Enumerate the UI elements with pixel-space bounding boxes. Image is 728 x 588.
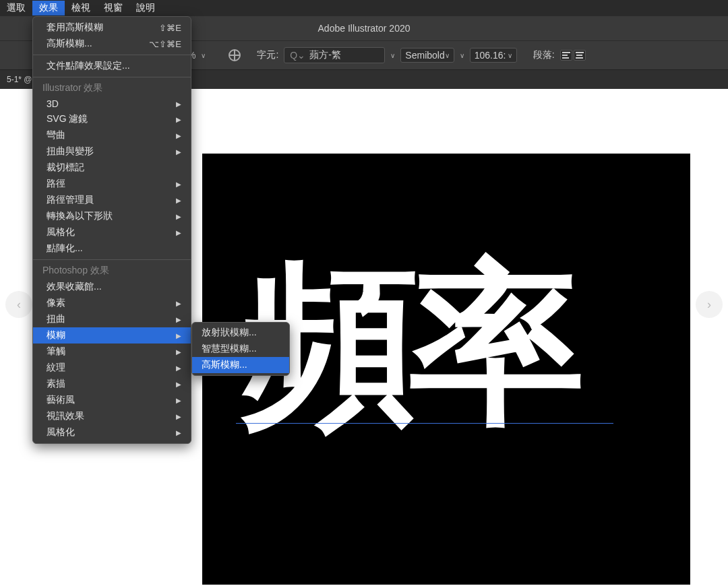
menu-item-label: 風格化 xyxy=(47,426,75,438)
menu-item-label: 路徑管理員 xyxy=(47,194,94,206)
submenu-arrow-icon: ▶ xyxy=(176,213,181,220)
font-family-dropdown[interactable]: Q⌄ 蘋方-繁 xyxy=(284,47,385,63)
menu-select[interactable]: 選取 xyxy=(0,1,32,15)
chevron-down-icon[interactable]: ∨ xyxy=(460,52,464,59)
menu-item-label: 點陣化... xyxy=(47,242,83,255)
chevron-down-icon: ∨ xyxy=(508,52,512,59)
submenu-arrow-icon: ▶ xyxy=(176,100,181,108)
menu-item-label: 3D xyxy=(47,98,59,109)
menu-item[interactable]: 風格化▶ xyxy=(33,424,191,440)
menu-shortcut: ⌥⇧⌘E xyxy=(149,39,181,49)
menu-item-label: 扭曲與變形 xyxy=(47,145,94,158)
menu-item[interactable]: 轉換為以下形狀▶ xyxy=(33,208,191,224)
menu-header-label: Illustrator 效果 xyxy=(42,82,102,94)
menu-item-label: 文件點陣效果設定... xyxy=(47,60,130,72)
menu-header-illustrator: Illustrator 效果 xyxy=(33,80,191,96)
menu-item-label: 視訊效果 xyxy=(47,410,84,422)
menu-item-gaussian-blur[interactable]: 高斯模糊... ⌥⇧⌘E xyxy=(33,36,191,52)
menu-separator xyxy=(33,77,191,77)
menu-header-label: Photoshop 效果 xyxy=(42,265,109,277)
menu-item[interactable]: 彎曲▶ xyxy=(33,127,191,143)
menu-item[interactable]: 模糊▶ xyxy=(33,327,191,344)
menu-item[interactable]: 點陣化... xyxy=(33,240,191,257)
menu-item-label: 扭曲 xyxy=(47,313,65,325)
menu-item-label: 路徑 xyxy=(47,178,65,190)
submenu-arrow-icon: ▶ xyxy=(176,429,181,436)
globe-icon[interactable] xyxy=(229,49,241,61)
menu-effect[interactable]: 效果 xyxy=(32,1,65,15)
menu-view[interactable]: 檢視 xyxy=(65,1,97,15)
app-title: Adobe Illustrator 2020 xyxy=(318,23,411,34)
submenu-item[interactable]: 放射狀模糊... xyxy=(192,325,289,341)
menu-item-label: 風格化 xyxy=(47,226,75,238)
font-weight-value: Semibold xyxy=(405,50,444,61)
next-image-button[interactable]: › xyxy=(696,291,723,318)
text-baseline xyxy=(236,423,613,424)
submenu-arrow-icon: ▶ xyxy=(176,332,181,339)
font-family-value: 蘋方-繁 xyxy=(309,49,341,61)
submenu-arrow-icon: ▶ xyxy=(176,381,181,388)
menu-separator xyxy=(33,55,191,55)
menu-item[interactable]: 3D▶ xyxy=(33,96,191,111)
document-tab[interactable]: 5-1* @ xyxy=(3,75,36,84)
menu-item[interactable]: 筆觸▶ xyxy=(33,344,191,360)
submenu-arrow-icon: ▶ xyxy=(176,116,181,123)
submenu-arrow-icon: ▶ xyxy=(176,132,181,139)
menu-item[interactable]: 扭曲與變形▶ xyxy=(33,143,191,160)
menu-item-label: 素描 xyxy=(47,378,65,390)
menu-item[interactable]: 風格化▶ xyxy=(33,224,191,240)
effect-menu: 套用高斯模糊 ⇧⌘E 高斯模糊... ⌥⇧⌘E 文件點陣效果設定... Illu… xyxy=(32,16,191,444)
menu-item-label: 紋理 xyxy=(47,362,65,374)
submenu-arrow-icon: ▶ xyxy=(176,300,181,307)
artboard-text[interactable]: 頻率 xyxy=(243,256,577,431)
menu-item[interactable]: 紋理▶ xyxy=(33,360,191,376)
submenu-arrow-icon: ▶ xyxy=(176,413,181,420)
menu-item-label: 筆觸 xyxy=(47,346,65,358)
submenu-arrow-icon: ▶ xyxy=(176,364,181,372)
menu-item[interactable]: 裁切標記 xyxy=(33,160,191,176)
submenu-item[interactable]: 高斯模糊... xyxy=(192,357,289,373)
submenu-arrow-icon: ▶ xyxy=(176,316,181,323)
submenu-arrow-icon: ▶ xyxy=(176,148,181,156)
font-weight-dropdown[interactable]: Semibold ∨ xyxy=(400,48,454,63)
menu-item[interactable]: 路徑管理員▶ xyxy=(33,192,191,208)
menu-item-label: SVG 濾鏡 xyxy=(47,113,88,125)
menu-item-apply-gaussian[interactable]: 套用高斯模糊 ⇧⌘E xyxy=(33,20,191,36)
menu-item[interactable]: 路徑▶ xyxy=(33,176,191,192)
paragraph-label: 段落: xyxy=(533,49,555,61)
menu-item-label: 轉換為以下形狀 xyxy=(47,210,113,222)
menu-item[interactable]: 藝術風▶ xyxy=(33,392,191,408)
menu-item-label: 彎曲 xyxy=(47,129,65,141)
menu-header-photoshop: Photoshop 效果 xyxy=(33,263,191,279)
blur-submenu: 放射狀模糊...智慧型模糊...高斯模糊... xyxy=(191,322,290,376)
menu-item[interactable]: 素描▶ xyxy=(33,376,191,392)
submenu-arrow-icon: ▶ xyxy=(176,181,181,188)
submenu-arrow-icon: ▶ xyxy=(176,397,181,404)
menu-item[interactable]: 像素▶ xyxy=(33,295,191,311)
menu-window[interactable]: 視窗 xyxy=(97,1,129,15)
submenu-arrow-icon: ▶ xyxy=(176,348,181,356)
menu-item-label: 裁切標記 xyxy=(47,162,84,174)
char-label: 字元: xyxy=(257,49,278,61)
menu-item[interactable]: 效果收藏館... xyxy=(33,279,191,295)
chevron-down-icon[interactable]: ∨ xyxy=(390,52,395,59)
menu-item-label: 效果收藏館... xyxy=(47,281,102,293)
menu-item-label: 套用高斯模糊 xyxy=(47,22,103,34)
menu-item-doc-raster[interactable]: 文件點陣效果設定... xyxy=(33,58,191,74)
chevron-down-icon[interactable]: ∨ xyxy=(201,52,206,59)
chevron-down-icon: ∨ xyxy=(445,52,450,59)
font-size-input[interactable]: 106.16: ∨ xyxy=(470,48,517,63)
menu-item-label: 像素 xyxy=(47,297,65,309)
submenu-arrow-icon: ▶ xyxy=(176,229,181,236)
menu-help[interactable]: 說明 xyxy=(129,1,162,15)
menu-item[interactable]: SVG 濾鏡▶ xyxy=(33,111,191,127)
menu-item-label: 高斯模糊... xyxy=(47,38,92,50)
menu-item-label: 模糊 xyxy=(47,329,65,341)
prev-image-button[interactable]: ‹ xyxy=(5,291,32,318)
menu-item-label: 藝術風 xyxy=(47,394,75,406)
menu-item[interactable]: 視訊效果▶ xyxy=(33,408,191,424)
menu-item[interactable]: 扭曲▶ xyxy=(33,311,191,327)
submenu-item[interactable]: 智慧型模糊... xyxy=(192,341,289,357)
font-size-value: 106.16: xyxy=(475,50,506,61)
paragraph-align-icons[interactable] xyxy=(560,50,586,61)
